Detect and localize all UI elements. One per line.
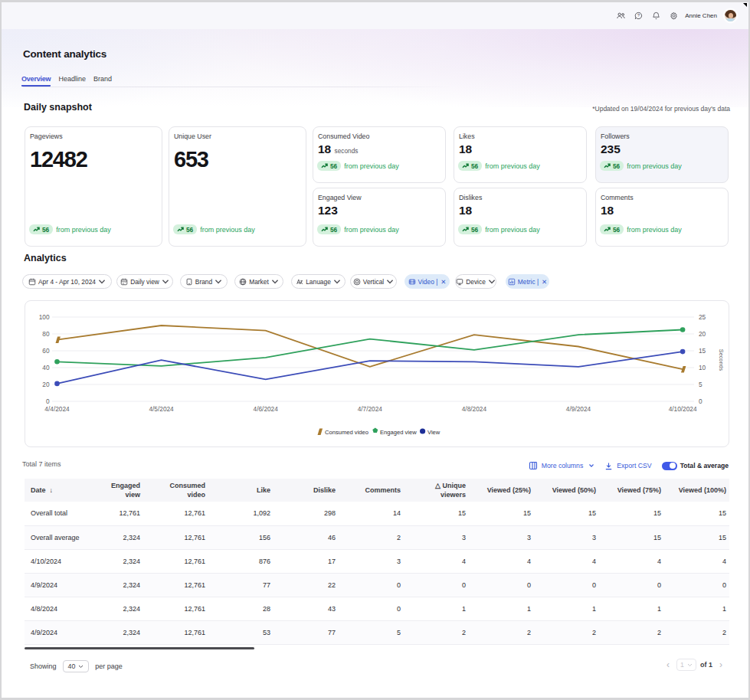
svg-text:4/9/2024: 4/9/2024 — [566, 405, 591, 413]
svg-text:4/6/2024: 4/6/2024 — [254, 405, 279, 413]
svg-text:60: 60 — [42, 347, 50, 355]
svg-text:?: ? — [637, 13, 640, 18]
svg-text:80: 80 — [42, 330, 50, 338]
svg-text:Seconds: Seconds — [718, 349, 725, 371]
svg-text:20: 20 — [42, 381, 50, 388]
svg-text:4/7/2024: 4/7/2024 — [358, 405, 383, 413]
svg-text:40: 40 — [42, 364, 50, 371]
svg-text:0: 0 — [699, 397, 703, 405]
svg-text:0: 0 — [46, 397, 50, 405]
svg-text:10: 10 — [699, 364, 706, 371]
svg-text:20: 20 — [699, 330, 706, 338]
svg-text:5: 5 — [699, 381, 703, 388]
svg-text:100: 100 — [39, 313, 50, 321]
svg-text:4/4/2024: 4/4/2024 — [44, 405, 70, 413]
svg-text:View: View — [427, 429, 441, 436]
svg-text:15: 15 — [699, 347, 706, 355]
svg-text:Engaged view: Engaged view — [380, 429, 417, 436]
svg-text:4/10/2024: 4/10/2024 — [669, 405, 697, 413]
svg-text:4/5/2024: 4/5/2024 — [149, 405, 174, 413]
svg-text:Consumed video: Consumed video — [325, 429, 368, 436]
svg-text:25: 25 — [699, 313, 706, 321]
svg-text:4/8/2024: 4/8/2024 — [462, 405, 487, 413]
